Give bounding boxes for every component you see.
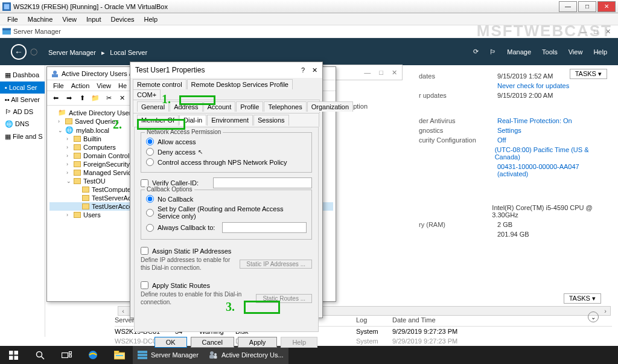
expand-icon[interactable]: ⌄ bbox=[588, 311, 599, 322]
vb-menu-view[interactable]: View bbox=[57, 14, 81, 24]
tb-cut-icon[interactable]: ✂ bbox=[103, 92, 115, 104]
val-pid[interactable]: 00431-10000-00000-AA047 (activated) bbox=[497, 163, 612, 177]
header-help[interactable]: Help bbox=[593, 48, 607, 56]
sidebar-item-adds[interactable]: 🏳 AD DS bbox=[0, 106, 45, 118]
cancel-button[interactable]: Cancel bbox=[191, 337, 234, 348]
val-sec[interactable]: Off bbox=[497, 136, 506, 144]
svg-point-4 bbox=[53, 71, 57, 74]
vb-menu-help[interactable]: Help bbox=[139, 14, 163, 24]
pd-titlebar[interactable]: Test User1 Properties ?✕ bbox=[130, 62, 322, 78]
vb-menu-machine[interactable]: Machine bbox=[23, 14, 58, 24]
tb-up-icon[interactable]: ⬆ bbox=[76, 92, 88, 104]
tab-dial-in[interactable]: Dial-in bbox=[179, 115, 206, 126]
tab-remote-control[interactable]: Remote control bbox=[133, 79, 186, 89]
virtualbox-title: WS2K19 (FRESH) [Running] - Oracle VM Vir… bbox=[13, 3, 558, 10]
header-right: ⟳ 🏳 Manage Tools View Help bbox=[473, 48, 607, 56]
tab-profile[interactable]: Profile bbox=[236, 101, 263, 112]
apply-button[interactable]: Apply bbox=[238, 337, 278, 348]
events-tasks-button[interactable]: TASKS ▾ bbox=[564, 293, 601, 304]
val-for-updates: 9/15/2019 2:00 AM bbox=[497, 92, 553, 99]
apply-static-routes[interactable]: Apply Static Routes bbox=[141, 280, 312, 290]
tb-back-icon[interactable]: ⬅ bbox=[49, 92, 62, 104]
h-log[interactable]: Log bbox=[356, 316, 392, 324]
minimize-button[interactable]: — bbox=[559, 1, 577, 12]
tab-address[interactable]: Address bbox=[170, 101, 202, 112]
task-view-icon[interactable] bbox=[53, 346, 80, 364]
breadcrumb-root[interactable]: Server Manager bbox=[48, 49, 96, 56]
lbl-sec: curity Configuration bbox=[419, 136, 497, 144]
static-ip-fieldset: Assign Static IP Addresses Define IP add… bbox=[141, 243, 312, 274]
sidebar-item-local-server[interactable]: ▪ Local Ser bbox=[0, 81, 45, 94]
sidebar-item-dashboard[interactable]: ▦ Dashboa bbox=[0, 69, 45, 81]
maximize-button[interactable]: □ bbox=[578, 1, 596, 12]
virtualbox-window-controls: — □ ✕ bbox=[558, 1, 616, 12]
pd-close-icon[interactable]: ✕ bbox=[312, 66, 317, 74]
ad-menu-view[interactable]: View bbox=[93, 81, 115, 90]
val-defender[interactable]: Real-Time Protection: On bbox=[497, 117, 572, 124]
vb-menu-file[interactable]: File bbox=[2, 14, 23, 24]
tab-environment[interactable]: Environment bbox=[207, 115, 253, 126]
tb-folder-icon[interactable]: 📁 bbox=[89, 92, 101, 104]
val-disk: 201.94 GB bbox=[497, 231, 529, 238]
svg-rect-14 bbox=[69, 355, 71, 357]
radio-set-by-caller[interactable]: Set by Caller (Routing and Remote Access… bbox=[146, 204, 307, 221]
lbl-diag: gnostics bbox=[419, 127, 497, 134]
tab-telephones[interactable]: Telephones bbox=[264, 101, 306, 112]
tab-account[interactable]: Account bbox=[203, 101, 236, 112]
start-button[interactable] bbox=[0, 346, 27, 364]
header-view[interactable]: View bbox=[569, 48, 583, 56]
virtualbox-icon bbox=[2, 2, 11, 11]
breadcrumb: Server Manager ▸ Local Server bbox=[48, 46, 147, 58]
static-ip-button[interactable]: Static IP Addresses ... bbox=[240, 260, 312, 269]
tb-fwd-icon[interactable]: ➡ bbox=[63, 92, 75, 104]
vb-menu-input[interactable]: Input bbox=[81, 14, 106, 24]
sidebar-item-file[interactable]: ▦ File and S ▸ bbox=[0, 130, 45, 143]
user-properties-dialog: Test User1 Properties ?✕ Remote control … bbox=[130, 62, 323, 318]
h-dt[interactable]: Date and Time bbox=[392, 316, 612, 324]
sidebar-item-dns[interactable]: 🌐 DNS bbox=[0, 118, 45, 130]
explorer-icon[interactable] bbox=[106, 346, 133, 364]
val-tz[interactable]: (UTC-08:00) Pacific Time (US & Canada) bbox=[495, 146, 612, 161]
close-button[interactable]: ✕ bbox=[597, 1, 616, 12]
pd-buttons: OK Cancel Apply Help bbox=[130, 334, 322, 350]
header-tools[interactable]: Tools bbox=[542, 48, 558, 56]
flag-icon[interactable]: 🏳 bbox=[489, 48, 496, 56]
tab-rds-profile[interactable]: Remote Desktop Services Profile bbox=[187, 79, 293, 89]
tab-member-of[interactable]: Member Of bbox=[137, 115, 179, 126]
refresh-icon[interactable]: ⟳ bbox=[473, 48, 479, 56]
val-ram: 2 GB bbox=[497, 221, 512, 228]
ok-button[interactable]: OK bbox=[154, 337, 187, 348]
pd-help-icon[interactable]: ? bbox=[301, 66, 305, 74]
ad-menu-action[interactable]: Action bbox=[68, 81, 94, 90]
radio-nps[interactable]: Control access through NPS Network Polic… bbox=[146, 157, 307, 167]
tab-com[interactable]: COM+ bbox=[133, 89, 161, 100]
ad-menu-help[interactable]: He bbox=[115, 81, 130, 90]
help-button[interactable]: Help bbox=[281, 337, 317, 348]
search-icon[interactable] bbox=[27, 346, 53, 364]
bg-close[interactable]: ✕ bbox=[392, 69, 397, 77]
svg-rect-1 bbox=[4, 4, 10, 9]
radio-no-callback[interactable]: No Callback bbox=[146, 194, 307, 204]
tab-organization[interactable]: Organization bbox=[307, 101, 353, 112]
svg-point-10 bbox=[36, 351, 42, 357]
svg-rect-17 bbox=[114, 351, 119, 353]
tb-delete-icon[interactable]: ✕ bbox=[116, 92, 128, 104]
static-routes-button[interactable]: Static Routes ... bbox=[256, 294, 312, 303]
val-cpu: Intel(R) Core(TM) i5-4590 CPU @ 3.30GHz bbox=[492, 204, 612, 219]
radio-allow-access[interactable]: Allow access bbox=[146, 136, 307, 147]
val-diag[interactable]: Settings bbox=[497, 127, 521, 134]
ad-menu-file[interactable]: File bbox=[49, 81, 68, 90]
radio-always-callback[interactable]: Always Callback to: bbox=[146, 221, 307, 234]
bg-max[interactable]: □ bbox=[379, 69, 383, 76]
val-updates-check[interactable]: Never check for updates bbox=[497, 82, 569, 89]
tab-sessions[interactable]: Sessions bbox=[253, 115, 289, 126]
bg-min[interactable]: — bbox=[364, 69, 371, 76]
ie-icon[interactable] bbox=[80, 346, 106, 364]
sidebar-item-all-servers[interactable]: ▪▪ All Server bbox=[0, 94, 45, 106]
header-manage[interactable]: Manage bbox=[507, 48, 531, 56]
breadcrumb-page: Local Server bbox=[110, 49, 147, 56]
radio-deny-access[interactable]: Deny access ↖ bbox=[146, 147, 307, 157]
assign-static-ip[interactable]: Assign Static IP Addresses bbox=[141, 246, 312, 256]
vb-menu-devices[interactable]: Devices bbox=[106, 14, 139, 24]
back-button[interactable]: ← bbox=[11, 44, 27, 60]
